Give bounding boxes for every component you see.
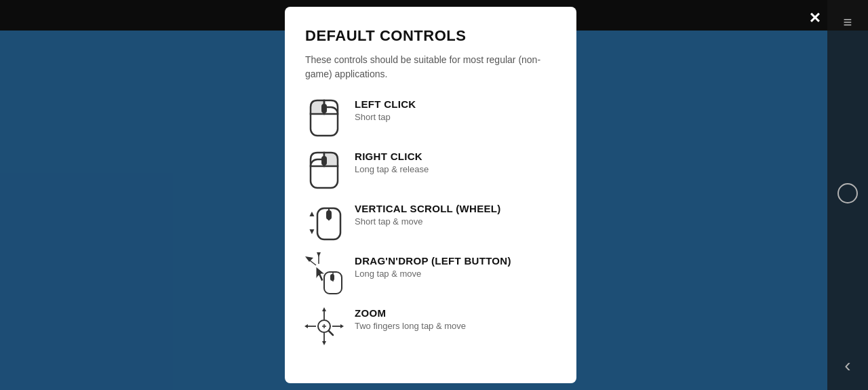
control-item-right-click: RIGHT CLICK Long tap & release: [305, 151, 556, 188]
svg-line-28: [329, 331, 333, 335]
modal-dialog: DEFAULT CONTROLS These controls should b…: [285, 7, 576, 383]
svg-marker-12: [305, 256, 313, 262]
right-click-name: RIGHT CLICK: [355, 151, 429, 162]
control-text-right-click: RIGHT CLICK Long tap & release: [355, 151, 429, 174]
drag-icon: [305, 255, 342, 292]
control-text-scroll: VERTICAL SCROLL (WHEEL) Short tap & move: [355, 203, 501, 227]
control-text-drag: DRAG'N'DROP (LEFT BUTTON) Long tap & mov…: [355, 255, 511, 279]
svg-marker-24: [304, 324, 308, 328]
svg-marker-22: [322, 341, 326, 345]
svg-rect-10: [326, 210, 332, 220]
zoom-icon: [305, 307, 342, 345]
svg-marker-14: [317, 252, 321, 257]
svg-marker-26: [340, 324, 344, 328]
control-text-left-click: LEFT CLICK Short tap: [355, 98, 416, 122]
right-click-icon: [305, 151, 342, 188]
scroll-icon: ▲ ▼: [305, 203, 342, 240]
svg-rect-18: [330, 274, 334, 281]
zoom-name: ZOOM: [355, 307, 466, 319]
scroll-desc: Short tap & move: [355, 216, 501, 227]
drag-desc: Long tap & move: [355, 269, 511, 279]
modal-title: DEFAULT CONTROLS: [305, 27, 556, 45]
control-item-zoom: ZOOM Two fingers long tap & move: [305, 307, 556, 345]
svg-marker-20: [322, 307, 326, 311]
left-click-desc: Short tap: [355, 112, 416, 122]
left-click-name: LEFT CLICK: [355, 98, 416, 110]
left-click-icon: [305, 98, 342, 136]
drag-name: DRAG'N'DROP (LEFT BUTTON): [355, 255, 511, 267]
right-click-desc: Long tap & release: [355, 164, 429, 174]
close-button[interactable]: ×: [810, 7, 821, 28]
modal-subtitle: These controls should be suitable for mo…: [305, 53, 556, 81]
svg-text:▼: ▼: [308, 227, 316, 236]
svg-rect-5: [321, 156, 327, 165]
svg-text:▲: ▲: [308, 209, 316, 218]
scroll-name: VERTICAL SCROLL (WHEEL): [355, 203, 501, 214]
control-text-zoom: ZOOM Two fingers long tap & move: [355, 307, 466, 331]
control-item-scroll: ▲ ▼ VERTICAL SCROLL (WHEEL) Short tap & …: [305, 203, 556, 240]
svg-rect-2: [321, 104, 327, 113]
zoom-desc: Two fingers long tap & move: [355, 321, 466, 331]
control-item-drag: DRAG'N'DROP (LEFT BUTTON) Long tap & mov…: [305, 255, 556, 292]
control-item-left-click: LEFT CLICK Short tap: [305, 98, 556, 136]
